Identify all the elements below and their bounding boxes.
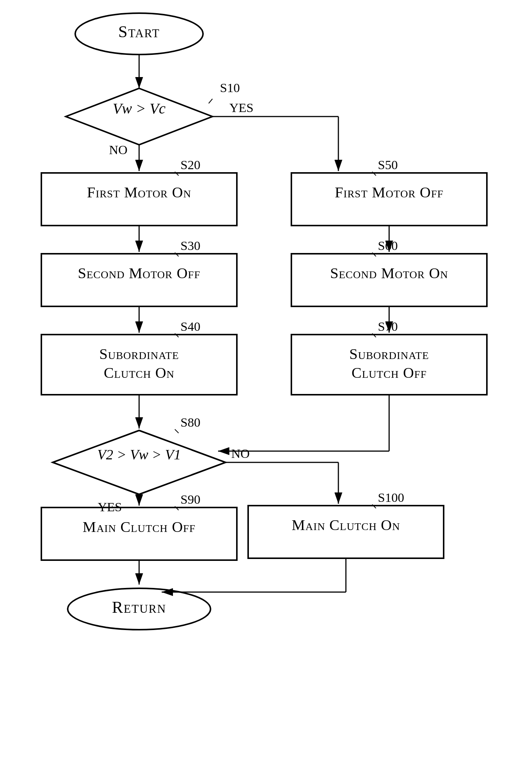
s60-label: S60 xyxy=(378,239,398,253)
s20-label: S20 xyxy=(180,158,200,172)
main-clutch-on-label: Main Clutch On xyxy=(292,517,400,533)
s100-label: S100 xyxy=(378,491,404,504)
figure-label: Fig. 2 xyxy=(0,639,532,765)
first-motor-on-label: First Motor On xyxy=(87,184,191,201)
subordinate-clutch-on-label1: Subordinate xyxy=(99,345,179,362)
no1-label: NO xyxy=(109,143,127,157)
s80-label: S80 xyxy=(180,415,200,429)
first-motor-off-label: First Motor Off xyxy=(335,184,443,201)
start-label: Start xyxy=(118,23,160,41)
second-motor-on-label: Second Motor On xyxy=(330,265,448,282)
s50-label: S50 xyxy=(378,158,398,172)
flowchart-diagram: Start Vw > Vc S10 NO YES S20 S50 First M… xyxy=(0,0,532,639)
s40-label: S40 xyxy=(180,320,200,333)
return-label: Return xyxy=(112,598,167,617)
s90-label: S90 xyxy=(180,492,200,506)
svg-line-28 xyxy=(175,429,179,433)
yes1-label: YES xyxy=(229,101,253,115)
s10-label: S10 xyxy=(220,81,240,95)
decision1-label: Vw > Vc xyxy=(113,100,166,117)
main-clutch-off-label: Main Clutch Off xyxy=(83,518,196,535)
decision2-label: V2 > Vw > V1 xyxy=(97,447,181,462)
no2-label: NO xyxy=(231,447,250,461)
svg-line-5 xyxy=(209,99,212,103)
svg-marker-29 xyxy=(53,430,226,494)
second-motor-off-label: Second Motor Off xyxy=(78,265,200,282)
s70-label: S70 xyxy=(378,320,398,333)
subordinate-clutch-on-label2: Clutch On xyxy=(104,364,174,381)
subordinate-clutch-off-label1: Subordinate xyxy=(349,345,429,362)
s30-label: S30 xyxy=(180,239,200,253)
subordinate-clutch-off-label2: Clutch Off xyxy=(352,364,427,381)
